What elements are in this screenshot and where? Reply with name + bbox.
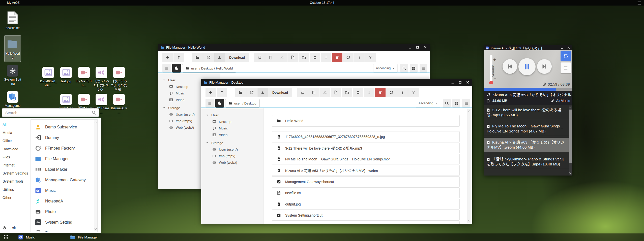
playlist-item-1[interactable]: Fly Me To The Moon _ Gawr Gura Sings _ H… [484, 122, 569, 136]
minimize-button[interactable] [449, 79, 456, 86]
sidebar-item-user-drive[interactable]: User (user:/) [201, 146, 263, 153]
copy-button[interactable] [254, 53, 265, 62]
file-row-fly-me-to-the-moon[interactable]: Fly Me To The Moon _ Gawr Gura Sings _ H… [272, 154, 460, 164]
paste-button[interactable] [265, 53, 276, 62]
sidebar-toggle-button[interactable] [162, 64, 171, 73]
download-button[interactable]: Download [257, 88, 292, 97]
desktop-icon-utattemita-natsu[interactable]: 【歌ってみた】あの夏が飽... [108, 67, 130, 91]
desktop-icon-newfile-txt[interactable]: newfile.txt [2, 11, 23, 30]
app-demo-subservice[interactable]: Demo Subservice [31, 122, 94, 132]
file-row-management-gateway-shortcut[interactable]: Management Gateway.shortcut [272, 176, 460, 187]
file-row-hello-world[interactable]: Hello World [272, 115, 460, 127]
file-row-kizuna-ai[interactable]: Kizuna AI × 花譜 #63「かりそめ」【オリジナルMV】.webm [272, 165, 460, 176]
dark-mode-button[interactable] [215, 99, 224, 108]
desktop-icon-hello-world[interactable]: Hello World [2, 35, 23, 62]
paste-button[interactable] [308, 88, 319, 97]
desktop-icon-system-setting[interactable]: System Setting [2, 65, 23, 86]
download-button[interactable]: Download [214, 53, 249, 62]
category-other[interactable]: Other [0, 194, 30, 202]
file-row-partial[interactable] [272, 221, 460, 224]
file-list-scrollbar[interactable] [467, 109, 471, 223]
file-row-system-setting-shortcut[interactable]: System Setting.shortcut [272, 210, 460, 221]
app-dummy[interactable]: Dummy [31, 132, 94, 143]
minimize-button[interactable] [406, 44, 414, 51]
category-internet[interactable]: Internet [0, 161, 30, 169]
rename-button[interactable] [364, 88, 374, 97]
info-button[interactable] [397, 88, 408, 97]
title-bar[interactable]: File Manager - Hello World [158, 44, 430, 51]
maximize-button[interactable] [414, 44, 421, 51]
back-button[interactable] [162, 53, 173, 62]
file-row-3-12-there[interactable]: 3-12 There will be love there -愛のある場所-.m… [272, 143, 460, 153]
open-new-tab-button[interactable] [203, 53, 214, 62]
list-view-button[interactable] [420, 64, 427, 73]
app-notepada[interactable]: NotepadA [31, 196, 94, 206]
close-button[interactable] [422, 44, 429, 51]
up-button[interactable] [173, 53, 184, 62]
search-box[interactable] [2, 108, 99, 117]
category-download[interactable]: Download [0, 145, 30, 153]
delete-button[interactable] [375, 88, 386, 97]
app-file-manager[interactable]: File Manager [31, 154, 94, 164]
desktop-icon-kizuna-ai[interactable]: Kizuna AI × ... [108, 94, 130, 114]
taskbar-item-file-manager[interactable]: File Manager [70, 233, 98, 241]
playlist-scrollbar[interactable] [569, 106, 572, 175]
progress-bar[interactable] [484, 88, 572, 91]
dark-mode-button[interactable] [172, 64, 181, 73]
previous-track-button[interactable] [503, 59, 517, 74]
topbar-menu-icon[interactable] [637, 1, 641, 5]
category-office[interactable]: Office [0, 137, 30, 145]
back-button[interactable] [206, 88, 216, 97]
category-files[interactable]: Files [0, 153, 30, 161]
desktop-icon-management-gateway[interactable]: Manageme [2, 91, 23, 108]
search-button[interactable] [443, 99, 451, 108]
sidebar-item-desktop[interactable]: Desktop [201, 118, 263, 125]
close-button[interactable] [566, 45, 572, 50]
minimize-button[interactable] [559, 45, 565, 50]
sidebar-item-web-drive[interactable]: Web (web:/) [201, 159, 263, 166]
list-view-button[interactable] [462, 99, 470, 108]
category-media[interactable]: Media [0, 129, 30, 137]
volume-down-button[interactable]: − [493, 76, 496, 82]
category-utilities[interactable]: Utilities [0, 186, 30, 194]
player-menu-button[interactable] [561, 62, 571, 73]
file-row-newfile-txt[interactable]: newfile.txt [272, 187, 460, 198]
grid-view-button[interactable] [410, 64, 418, 73]
upload-button[interactable] [353, 88, 363, 97]
category-system-settings[interactable]: System Settings [0, 169, 30, 177]
delete-button[interactable] [332, 53, 342, 62]
playlist-item-3[interactable]: 『雪峰 ～yukimine～ Piano & Strings Ver.』を歌って… [484, 155, 569, 169]
help-button[interactable] [365, 53, 376, 62]
title-bar[interactable]: File Manager - Desktop [201, 79, 472, 86]
app-launcher-button[interactable] [4, 233, 9, 241]
app-management-gateway[interactable]: Management Gateway [31, 175, 94, 185]
volume-up-button[interactable]: + [493, 57, 496, 62]
playlist-item-2[interactable]: Kizuna AI × 花譜 #63 「かりそめ」【オリジナルMV】.webm … [484, 138, 569, 152]
sidebar-item-music[interactable]: Music [201, 125, 263, 131]
volume-slider[interactable] [490, 55, 492, 83]
app-label-maker[interactable]: Label Maker [31, 164, 94, 175]
sort-dropdown[interactable]: Ascending [373, 64, 398, 73]
search-input[interactable] [5, 110, 92, 115]
app-timer[interactable]: Timer [31, 228, 94, 232]
search-button[interactable] [400, 64, 408, 73]
close-button[interactable] [464, 79, 471, 86]
new-folder-button[interactable] [342, 88, 352, 97]
open-button[interactable] [192, 53, 203, 62]
rename-button[interactable] [321, 53, 331, 62]
scrollbar-thumb[interactable] [569, 110, 572, 163]
open-new-tab-button[interactable] [246, 88, 257, 97]
cut-button[interactable] [319, 88, 330, 97]
maximize-button[interactable] [457, 79, 464, 86]
file-row-117346026[interactable]: 117346026_4968186883206677_3276783073763… [272, 131, 460, 142]
refresh-button[interactable] [343, 53, 354, 62]
sort-dropdown[interactable]: Ascending [416, 99, 440, 108]
sidebar-group-storage[interactable]: Storage [201, 140, 263, 146]
title-bar[interactable]: Kizuna AI × 花譜 #63「かりそめ」【... [484, 45, 572, 50]
sidebar-group-user[interactable]: User [201, 112, 263, 118]
volume-slider-handle[interactable] [489, 81, 493, 84]
app-photo[interactable]: Photo [31, 206, 94, 217]
grid-view-button[interactable] [452, 99, 460, 108]
app-system-setting[interactable]: System Setting [31, 217, 94, 228]
taskbar-item-music[interactable]: Music [18, 233, 35, 241]
